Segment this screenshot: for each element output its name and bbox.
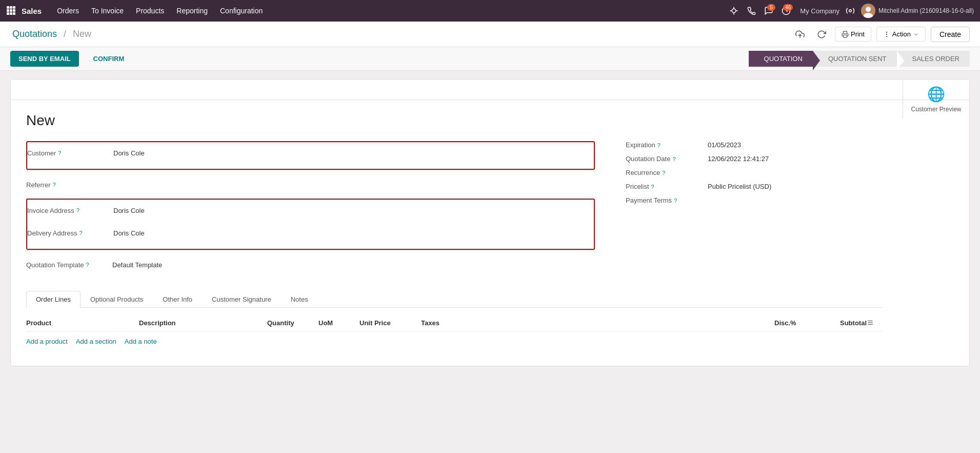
delivery-address-row: Delivery Address ? Doris Cole xyxy=(27,224,594,242)
tab-optional-products[interactable]: Optional Products xyxy=(81,291,153,307)
invoice-address-help-icon[interactable]: ? xyxy=(76,207,79,213)
pricelist-value[interactable]: Public Pricelist (USD) xyxy=(708,183,771,190)
form-card: 🌐 Customer Preview New Customer ? Dori xyxy=(10,79,970,366)
pricelist-help-icon[interactable]: ? xyxy=(651,184,654,190)
expiration-label: Expiration ? xyxy=(626,141,708,149)
delivery-address-value[interactable]: Doris Cole xyxy=(109,227,594,239)
breadcrumb-root[interactable]: Quotations xyxy=(12,29,57,39)
quotation-template-label: Quotation Template ? xyxy=(26,261,108,269)
invoice-address-row: Invoice Address ? Doris Cole xyxy=(27,202,594,219)
print-label: Print xyxy=(851,30,865,38)
expiration-value[interactable]: 01/05/2023 xyxy=(708,141,741,149)
quotation-template-value[interactable]: Default Template xyxy=(108,259,595,271)
referrer-row: Referrer ? xyxy=(26,176,595,193)
payment-terms-help-icon[interactable]: ? xyxy=(674,198,677,204)
col-header-product: Product xyxy=(26,319,139,328)
form-title: New xyxy=(26,112,882,129)
pricelist-label: Pricelist ? xyxy=(626,183,708,190)
main-content: 🌐 Customer Preview New Customer ? Dori xyxy=(0,71,980,453)
recurrence-help-icon[interactable]: ? xyxy=(662,170,665,176)
tab-other-info[interactable]: Other Info xyxy=(153,291,202,307)
secondary-toolbar: Quotations / New Print Action Create xyxy=(0,22,980,47)
referrer-value[interactable] xyxy=(108,183,595,187)
table-header: Product Description Quantity UoM Unit Pr… xyxy=(26,316,882,331)
app-name: Sales xyxy=(22,7,42,15)
tab-customer-signature[interactable]: Customer Signature xyxy=(202,291,281,307)
svg-rect-0 xyxy=(7,6,9,9)
action-label: Action xyxy=(892,30,911,38)
svg-point-21 xyxy=(886,32,887,32)
delivery-address-help-icon[interactable]: ? xyxy=(79,230,83,236)
status-bar: QUOTATION QUOTATION SENT SALES ORDER xyxy=(749,51,970,67)
svg-rect-1 xyxy=(10,6,12,9)
status-quotation-sent[interactable]: QUOTATION SENT xyxy=(813,51,897,67)
nav-orders[interactable]: Orders xyxy=(52,4,84,18)
svg-point-23 xyxy=(886,36,887,36)
expiration-row: Expiration ? 01/05/2023 xyxy=(626,141,882,149)
nav-reporting[interactable]: Reporting xyxy=(171,4,213,18)
svg-rect-2 xyxy=(13,6,15,9)
nav-to-invoice[interactable]: To Invoice xyxy=(86,4,129,18)
col-header-unit-price: Unit Price xyxy=(359,319,421,328)
svg-point-17 xyxy=(866,7,871,12)
referrer-label: Referrer ? xyxy=(26,181,108,189)
status-quotation[interactable]: QUOTATION xyxy=(749,51,813,67)
customer-help-icon[interactable]: ? xyxy=(58,150,61,156)
top-navigation: Sales Orders To Invoice Products Reporti… xyxy=(0,0,980,22)
quotation-template-row: Quotation Template ? Default Template xyxy=(26,256,595,273)
delivery-address-label: Delivery Address ? xyxy=(27,229,109,237)
create-button[interactable]: Create xyxy=(931,27,970,42)
nav-products[interactable]: Products xyxy=(131,4,169,18)
customer-value[interactable]: Doris Cole xyxy=(109,147,594,159)
customer-preview-panel[interactable]: 🌐 Customer Preview xyxy=(903,80,969,119)
payment-terms-label: Payment Terms ? xyxy=(626,196,708,204)
form-left: Customer ? Doris Cole Referrer ? xyxy=(26,141,595,279)
clock-icon[interactable]: 46 xyxy=(778,3,794,18)
col-header-quantity: Quantity xyxy=(267,319,318,328)
nav-configuration[interactable]: Configuration xyxy=(215,4,268,18)
svg-rect-6 xyxy=(7,12,9,15)
expiration-help-icon[interactable]: ? xyxy=(657,142,661,148)
invoice-address-value[interactable]: Doris Cole xyxy=(109,205,594,216)
create-label: Create xyxy=(939,30,961,38)
invoice-address-label: Invoice Address ? xyxy=(27,207,109,214)
tab-order-lines[interactable]: Order Lines xyxy=(26,291,81,308)
status-sales-order[interactable]: SALES ORDER xyxy=(897,51,970,67)
bug-icon[interactable] xyxy=(726,3,742,18)
settings-icon[interactable] xyxy=(843,3,858,18)
pricelist-row: Pricelist ? Public Pricelist (USD) xyxy=(626,183,882,190)
quotation-date-value[interactable]: 12/06/2022 12:41:27 xyxy=(708,155,769,163)
quotation-date-label: Quotation Date ? xyxy=(626,155,708,163)
referrer-help-icon[interactable]: ? xyxy=(53,182,56,188)
quotation-date-help-icon[interactable]: ? xyxy=(672,156,675,162)
form-body: New Customer ? Doris Cole xyxy=(11,100,897,366)
add-note-link[interactable]: Add a note xyxy=(125,338,157,345)
user-section: My Company Mitchell Admin (21609148-16-0… xyxy=(800,3,974,18)
confirm-button[interactable]: CONFIRM xyxy=(85,51,133,67)
print-button[interactable]: Print xyxy=(835,27,871,42)
action-button[interactable]: Action xyxy=(876,27,926,42)
send-by-email-button[interactable]: SEND BY EMAIL xyxy=(10,51,79,67)
quotation-date-row: Quotation Date ? 12/06/2022 12:41:27 xyxy=(626,155,882,163)
customer-row: Customer ? Doris Cole xyxy=(27,144,594,162)
chat-icon[interactable]: 5 xyxy=(761,3,776,18)
avatar[interactable] xyxy=(861,4,875,18)
add-section-link[interactable]: Add a section xyxy=(76,338,116,345)
grid-icon[interactable] xyxy=(6,6,15,16)
breadcrumb-current: New xyxy=(73,29,91,39)
add-product-link[interactable]: Add a product xyxy=(26,338,68,345)
customer-label: Customer ? xyxy=(27,149,109,157)
svg-point-15 xyxy=(849,10,852,12)
clock-badge: 46 xyxy=(783,4,793,11)
svg-rect-7 xyxy=(10,12,12,15)
col-header-adjust xyxy=(867,319,882,328)
upload-icon[interactable] xyxy=(792,26,808,43)
col-header-disc: Disc.% xyxy=(774,319,815,328)
refresh-icon[interactable] xyxy=(813,26,830,43)
col-header-description: Description xyxy=(139,319,267,328)
phone-icon[interactable] xyxy=(744,3,759,18)
tab-notes[interactable]: Notes xyxy=(281,291,318,307)
recurrence-row: Recurrence ? xyxy=(626,169,882,176)
quotation-template-help-icon[interactable]: ? xyxy=(86,262,89,268)
svg-point-9 xyxy=(732,9,736,13)
